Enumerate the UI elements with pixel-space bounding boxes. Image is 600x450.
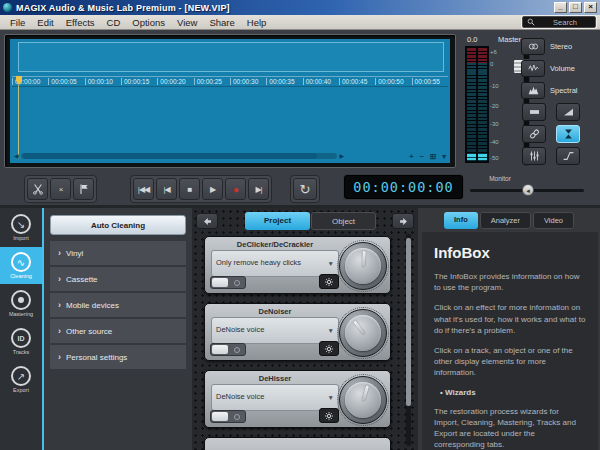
- stop-button[interactable]: ■: [179, 178, 200, 200]
- rack-scrollbar[interactable]: [406, 234, 411, 446]
- preset-dropdown[interactable]: DeNoise voice ▼: [211, 384, 339, 411]
- menu-item-options[interactable]: Options: [126, 17, 171, 28]
- timeline-panel: 00:00:00 00:00:05 00:00:10 00:00:15 00:0…: [4, 34, 456, 168]
- menu-item-cd[interactable]: CD: [101, 17, 127, 28]
- tab-info[interactable]: Info: [444, 212, 478, 229]
- zoom-fit-button[interactable]: ⊞: [430, 152, 436, 161]
- lower-area: ↘ Import ∿ Cleaning Mastering ID Tracks …: [0, 205, 600, 450]
- monitor-slider-handle[interactable]: ◂: [522, 184, 534, 196]
- delete-button[interactable]: ×: [50, 178, 71, 200]
- cut-button[interactable]: [27, 178, 48, 200]
- link-channels-button[interactable]: [522, 125, 546, 143]
- previous-button[interactable]: |◀: [156, 178, 177, 200]
- tab-video[interactable]: Video: [533, 212, 574, 229]
- scroll-right-icon[interactable]: ▶: [339, 152, 344, 160]
- rack-prev-button[interactable]: [196, 213, 218, 229]
- menu-item-file[interactable]: File: [4, 17, 31, 28]
- titlebar[interactable]: MAGIX Audio & Music Lab Premium - [NEW.V…: [0, 0, 600, 15]
- master-panel: 0.0 Master +60 -10-20 -30-40 -50 Stereo: [458, 33, 600, 173]
- scissors-icon: [32, 183, 44, 195]
- search-placeholder: Search: [539, 18, 591, 27]
- sidebar-item-cleaning[interactable]: ∿ Cleaning: [0, 247, 42, 284]
- zoom-menu-button[interactable]: ▾: [442, 152, 446, 161]
- curve-button[interactable]: [556, 147, 580, 165]
- menu-item-help[interactable]: Help: [241, 17, 273, 28]
- source-item-other-source[interactable]: › Other source: [50, 319, 186, 343]
- search-icon: [527, 18, 535, 26]
- tab-object[interactable]: Object: [311, 212, 376, 230]
- import-icon: ↘: [11, 214, 31, 234]
- monitor-slider[interactable]: ◂: [470, 189, 584, 192]
- sidebar-item-mastering[interactable]: Mastering: [0, 285, 42, 322]
- dropdown-arrow-icon: ▼: [328, 327, 334, 334]
- loop-button[interactable]: ↻: [293, 178, 317, 200]
- module-denoiser: DeNoiser DeNoise voice ▼: [204, 303, 391, 361]
- sidebar: ↘ Import ∿ Cleaning Mastering ID Tracks …: [0, 208, 42, 450]
- scrollbar-track[interactable]: [21, 153, 338, 159]
- stereo-label: Stereo: [550, 42, 572, 51]
- source-item-personal-settings[interactable]: › Personal settings: [50, 345, 186, 369]
- gear-icon: [324, 411, 334, 421]
- menu-item-edit[interactable]: Edit: [31, 17, 59, 28]
- source-item-mobile-devices[interactable]: › Mobile devices: [50, 293, 186, 317]
- menu-item-share[interactable]: Share: [203, 17, 240, 28]
- close-button[interactable]: ×: [584, 2, 597, 13]
- module-settings-button[interactable]: [319, 341, 339, 356]
- stereo-view-button[interactable]: [521, 38, 545, 55]
- sidebar-item-tracks[interactable]: ID Tracks: [0, 323, 42, 360]
- intensity-knob[interactable]: [339, 376, 387, 424]
- preset-dropdown[interactable]: Only remove heavy clicks ▼: [211, 250, 339, 277]
- bypass-toggle[interactable]: [210, 410, 246, 423]
- marker-button[interactable]: [73, 178, 94, 200]
- mastering-icon: [11, 290, 31, 310]
- sidebar-item-import[interactable]: ↘ Import: [0, 209, 42, 246]
- module-list: DeClicker/DeCrackler Only remove heavy c…: [204, 236, 391, 450]
- preset-dropdown[interactable]: DeNoise voice ▼: [211, 317, 339, 344]
- menu-item-view[interactable]: View: [171, 17, 203, 28]
- volume-view-button[interactable]: [521, 60, 545, 77]
- ruler-tick: 00:00:25: [194, 78, 230, 85]
- scroll-left-icon[interactable]: ◀: [14, 152, 19, 160]
- spectrum-icon: [527, 85, 540, 96]
- skip-to-end-button[interactable]: ▶|: [248, 178, 269, 200]
- bypass-toggle[interactable]: [210, 276, 246, 289]
- intensity-knob[interactable]: [339, 242, 387, 290]
- record-button[interactable]: ●: [225, 178, 246, 200]
- search-input[interactable]: Search: [522, 16, 596, 28]
- edit-button-group: ×: [24, 175, 97, 203]
- source-item-cassette[interactable]: › Cassette: [50, 267, 186, 291]
- bypass-toggle[interactable]: [210, 343, 246, 356]
- time-ruler[interactable]: 00:00:00 00:00:05 00:00:10 00:00:15 00:0…: [12, 76, 448, 87]
- mixer-button[interactable]: [522, 147, 546, 165]
- bar-mode-button[interactable]: [522, 103, 546, 121]
- timeline-scrollbar[interactable]: ◀ ▶: [14, 152, 344, 160]
- timeline-area[interactable]: 00:00:00 00:00:05 00:00:10 00:00:15 00:0…: [10, 39, 450, 163]
- time-display: 00:00:00:00: [344, 175, 463, 199]
- maximize-button[interactable]: □: [569, 2, 582, 13]
- module-settings-button[interactable]: [319, 408, 339, 423]
- track-header[interactable]: [18, 42, 444, 72]
- meter-scale: +60 -10-20 -30-40 -50: [490, 46, 508, 163]
- source-item-vinyl[interactable]: › Vinyl: [50, 241, 186, 265]
- rack-scrollbar-thumb[interactable]: [406, 238, 411, 406]
- spectral-view-button[interactable]: [521, 82, 545, 99]
- sidebar-item-export[interactable]: ↗ Export: [0, 361, 42, 398]
- menu-item-effects[interactable]: Effects: [60, 17, 101, 28]
- ramp-icon: [562, 106, 575, 118]
- auto-cleaning-button[interactable]: Auto Cleaning: [50, 215, 186, 235]
- peak-hold-button[interactable]: [556, 125, 580, 143]
- zoom-out-button[interactable]: −: [420, 152, 424, 161]
- play-button[interactable]: ▶: [202, 178, 223, 200]
- scrollbar-thumb[interactable]: [23, 153, 318, 159]
- tab-analyzer[interactable]: Analyzer: [480, 212, 531, 229]
- zoom-in-button[interactable]: +: [409, 152, 413, 161]
- intensity-knob[interactable]: [339, 309, 387, 357]
- module-settings-button[interactable]: [319, 274, 339, 289]
- minimize-button[interactable]: _: [554, 2, 567, 13]
- tab-project[interactable]: Project: [245, 212, 310, 230]
- ramp-mode-button[interactable]: [556, 103, 580, 121]
- rack-next-button[interactable]: [392, 213, 414, 229]
- skip-to-start-button[interactable]: |◀◀: [133, 178, 154, 200]
- meter-right-channel: [478, 48, 487, 161]
- chevron-right-icon: ›: [58, 353, 61, 362]
